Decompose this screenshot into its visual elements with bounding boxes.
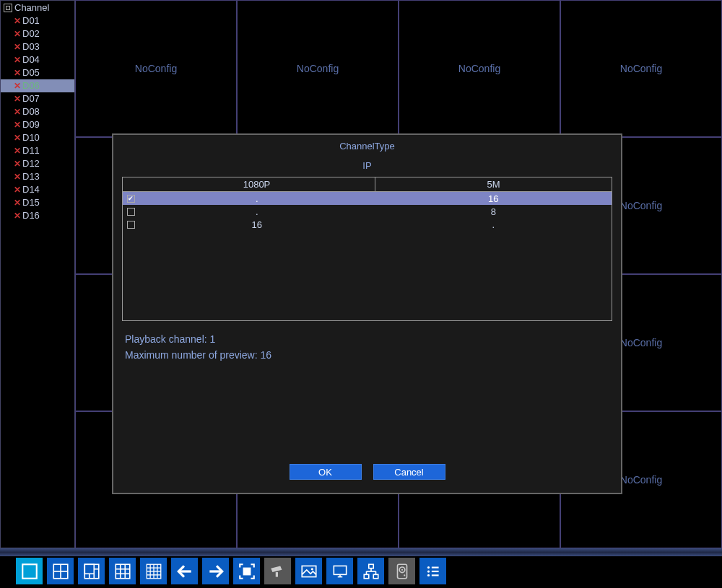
channel-label: D07 bbox=[22, 93, 40, 105]
channel-item[interactable]: ✕D15 bbox=[1, 196, 74, 209]
x-icon: ✕ bbox=[14, 54, 21, 66]
channel-label: D05 bbox=[22, 67, 40, 79]
channel-item[interactable]: ✕D06 bbox=[1, 79, 74, 92]
table-row[interactable]: ✔.16 bbox=[123, 192, 612, 205]
channel-label: D02 bbox=[22, 28, 40, 40]
sidebar-title: Channel bbox=[14, 2, 49, 13]
grid-cell[interactable]: NoConfig bbox=[75, 0, 237, 137]
channel-label: D06 bbox=[22, 80, 40, 92]
layout-4-icon[interactable] bbox=[47, 558, 74, 584]
channel-label: D12 bbox=[22, 158, 40, 170]
x-icon: ✕ bbox=[14, 28, 21, 40]
ok-button[interactable]: OK bbox=[290, 464, 362, 480]
channel-item[interactable]: ✕D12 bbox=[1, 157, 74, 170]
channel-item[interactable]: ✕D03 bbox=[1, 40, 74, 53]
channel-label: D03 bbox=[22, 41, 40, 53]
svg-rect-9 bbox=[116, 564, 130, 579]
ptz-camera-icon[interactable] bbox=[264, 558, 291, 584]
channel-item[interactable]: ✕D05 bbox=[1, 66, 74, 79]
th-5m: 5M bbox=[375, 177, 612, 191]
next-page-icon[interactable] bbox=[202, 558, 229, 584]
svg-rect-25 bbox=[275, 572, 277, 577]
channel-type-table: 1080P 5M ✔.16.816. bbox=[122, 177, 612, 321]
sidebar-header: Channel bbox=[1, 1, 74, 14]
channel-label: D10 bbox=[22, 132, 40, 144]
list-menu-icon[interactable] bbox=[419, 558, 446, 584]
row-checkbox[interactable]: ✔ bbox=[127, 195, 135, 203]
channel-item[interactable]: ✕D10 bbox=[1, 131, 74, 144]
svg-rect-31 bbox=[368, 564, 373, 568]
x-icon: ✕ bbox=[14, 67, 21, 79]
svg-rect-33 bbox=[373, 574, 378, 578]
svg-rect-32 bbox=[364, 574, 369, 578]
max-preview-info: Maximum number of preview: 16 bbox=[125, 347, 609, 363]
channel-item[interactable]: ✕D09 bbox=[1, 118, 74, 131]
th-checkbox bbox=[123, 177, 139, 191]
row-checkbox-cell bbox=[123, 221, 139, 229]
x-icon: ✕ bbox=[14, 106, 21, 118]
channel-label: D09 bbox=[22, 119, 40, 131]
channel-label: D04 bbox=[22, 54, 40, 66]
channel-type-dialog: ChannelType IP 1080P 5M ✔.16.816. Playba… bbox=[112, 133, 622, 494]
layout-8-icon[interactable] bbox=[78, 558, 105, 584]
x-icon: ✕ bbox=[14, 184, 21, 196]
storage-icon[interactable] bbox=[388, 558, 415, 584]
image-settings-icon[interactable] bbox=[295, 558, 322, 584]
cell-1080p: . bbox=[139, 206, 375, 217]
table-row[interactable]: .8 bbox=[123, 205, 612, 218]
grid-cell[interactable]: NoConfig bbox=[237, 0, 399, 137]
cell-5m: 8 bbox=[375, 206, 612, 217]
channel-item[interactable]: ✕D04 bbox=[1, 53, 74, 66]
th-1080p: 1080P bbox=[139, 177, 375, 191]
toolbar bbox=[0, 548, 722, 588]
svg-rect-38 bbox=[397, 564, 406, 579]
x-icon: ✕ bbox=[14, 132, 21, 144]
monitor-icon[interactable] bbox=[326, 558, 353, 584]
grid-cell[interactable]: NoConfig bbox=[560, 0, 722, 137]
layout-16-icon[interactable] bbox=[140, 558, 167, 584]
svg-rect-28 bbox=[334, 566, 346, 574]
cell-5m: 16 bbox=[375, 193, 612, 204]
dialog-buttons: OK Cancel bbox=[113, 464, 621, 480]
cancel-button[interactable]: Cancel bbox=[373, 464, 445, 480]
table-header: 1080P 5M bbox=[123, 177, 612, 192]
x-icon: ✕ bbox=[14, 171, 21, 183]
svg-rect-0 bbox=[22, 564, 37, 579]
grid-cell[interactable]: NoConfig bbox=[399, 0, 560, 137]
row-checkbox-cell bbox=[123, 208, 139, 216]
channel-item[interactable]: ✕D02 bbox=[1, 27, 74, 40]
prev-page-icon[interactable] bbox=[171, 558, 198, 584]
row-checkbox-cell: ✔ bbox=[123, 195, 139, 203]
row-checkbox[interactable] bbox=[127, 221, 135, 229]
svg-point-44 bbox=[427, 570, 429, 572]
channel-item[interactable]: ✕D14 bbox=[1, 183, 74, 196]
svg-rect-4 bbox=[84, 564, 99, 579]
cell-1080p: . bbox=[139, 193, 375, 204]
table-row[interactable]: 16. bbox=[123, 218, 612, 231]
playback-channel-info: Playback channel: 1 bbox=[125, 331, 609, 347]
channel-item[interactable]: ✕D07 bbox=[1, 92, 74, 105]
channel-label: D11 bbox=[22, 145, 40, 157]
channel-item[interactable]: ✕D11 bbox=[1, 144, 74, 157]
channel-item[interactable]: ✕D16 bbox=[1, 209, 74, 222]
svg-point-41 bbox=[404, 574, 405, 576]
channel-label: D01 bbox=[22, 15, 40, 27]
layout-1-icon[interactable] bbox=[16, 558, 43, 584]
layout-9-icon[interactable] bbox=[109, 558, 136, 584]
channel-item[interactable]: ✕D01 bbox=[1, 14, 74, 27]
dialog-title: ChannelType bbox=[113, 135, 621, 157]
network-icon[interactable] bbox=[357, 558, 384, 584]
x-icon: ✕ bbox=[14, 41, 21, 53]
x-icon: ✕ bbox=[14, 15, 21, 27]
fullscreen-icon[interactable] bbox=[233, 558, 260, 584]
channel-label: D15 bbox=[22, 197, 40, 209]
row-checkbox[interactable] bbox=[127, 208, 135, 216]
dialog-info: Playback channel: 1 Maximum number of pr… bbox=[125, 331, 609, 363]
svg-rect-23 bbox=[243, 567, 251, 575]
x-icon: ✕ bbox=[14, 119, 21, 131]
svg-marker-24 bbox=[271, 566, 282, 572]
x-icon: ✕ bbox=[14, 145, 21, 157]
x-icon: ✕ bbox=[14, 93, 21, 105]
channel-item[interactable]: ✕D08 bbox=[1, 105, 74, 118]
channel-item[interactable]: ✕D13 bbox=[1, 170, 74, 183]
